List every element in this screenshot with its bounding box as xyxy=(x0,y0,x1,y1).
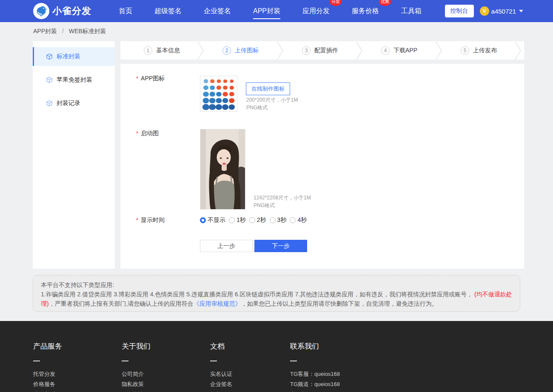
console-button[interactable]: 控制台 xyxy=(445,5,474,17)
step-separator-icon xyxy=(436,42,442,60)
nav-item-home[interactable]: 首页 xyxy=(118,1,133,22)
breadcrumb-current: WEB标准封装 xyxy=(69,28,106,34)
discount-badge: 优惠 xyxy=(379,0,391,6)
launch-image-label: *启动图 xyxy=(136,130,159,137)
cube-icon xyxy=(46,100,53,107)
app-icon-size-hint: 200*200尺寸，小于1M PNG格式 xyxy=(246,96,298,111)
radio-icon xyxy=(229,217,235,223)
brand-logo[interactable]: 小雀分发 xyxy=(33,3,91,19)
footer-contact-email: 合作邮箱：queios168@mail.com xyxy=(290,389,371,392)
radio-icon xyxy=(270,217,276,223)
step-number: 2 xyxy=(222,46,231,55)
cube-icon xyxy=(46,53,53,60)
step-separator-icon xyxy=(515,42,522,60)
step-number: 5 xyxy=(461,46,469,55)
distribute-badge: 分发 xyxy=(330,0,342,6)
footer-link[interactable]: 企业签名 xyxy=(210,379,232,389)
footer-col-about: 关于我们 公司简介 隐私政策 服务协议 xyxy=(122,321,151,392)
nav-item-app-package[interactable]: APP封装 xyxy=(252,1,281,22)
nav-item-toolbox[interactable]: 工具箱 xyxy=(400,1,422,22)
username: a450721 xyxy=(491,8,516,15)
step-number: 4 xyxy=(381,46,390,55)
radio-icon xyxy=(249,217,255,223)
footer-col-title: 文档 xyxy=(210,341,232,351)
footer-link[interactable]: 隐私政策 xyxy=(122,379,151,389)
footer-link[interactable]: 价格服务 xyxy=(33,379,62,389)
breadcrumb-app-package[interactable]: APP封装 xyxy=(33,28,57,34)
nav-item-super-sign[interactable]: 超级签名 xyxy=(154,1,182,22)
footer-col-title: 产品服务 xyxy=(33,341,62,351)
step-number: 3 xyxy=(302,46,311,55)
user-menu[interactable]: V a450721 xyxy=(480,6,523,16)
notice-body: 1.诈骗类应用 2.借贷类应用 3.博彩类应用 4.色情类应用 5.违规直播类应… xyxy=(41,290,512,308)
sidebar-item-package-records[interactable]: 封装记录 xyxy=(33,94,115,113)
footer-dash xyxy=(33,361,40,361)
breadcrumb: APP封装 / WEB标准封装 xyxy=(33,28,106,35)
brand-name: 小雀分发 xyxy=(52,5,91,17)
cube-icon xyxy=(46,77,53,83)
sidebar-item-standard-package[interactable]: 标准封装 xyxy=(33,47,115,66)
footer-link[interactable]: 建议和反馈 xyxy=(33,389,62,392)
footer: 产品服务 托管分发 价格服务 建议和反馈 关于我们 公司简介 隐私政策 服务协议… xyxy=(0,321,553,392)
footer-link[interactable]: 打包APP xyxy=(210,389,232,392)
footer-contact-tg-channel: TG频道：queios168 xyxy=(290,379,371,389)
sidebar-item-apple-free-sign[interactable]: 苹果免签封装 xyxy=(33,71,115,89)
footer-dash xyxy=(290,361,297,361)
portrait-photo xyxy=(200,129,245,209)
notice-line1: 本平台不支持以下类型应用: xyxy=(41,280,512,290)
required-asterisk: * xyxy=(136,217,138,223)
step-number: 1 xyxy=(144,46,152,55)
display-time-label: *显示时间 xyxy=(136,216,165,224)
footer-col-title: 关于我们 xyxy=(122,341,151,351)
step-label: 上传图标 xyxy=(235,47,259,54)
main-nav: 首页 超级签名 企业签名 APP封装 应用分发 分发 服务价格 优惠 工具箱 xyxy=(118,1,422,22)
footer-col-title: 联系我们 xyxy=(290,341,371,351)
make-icon-online-button[interactable]: 在线制作图标 xyxy=(246,82,290,95)
radio-4s[interactable]: 4秒 xyxy=(290,216,307,224)
footer-dash xyxy=(210,361,217,361)
required-asterisk: * xyxy=(136,130,138,136)
app-icon-preview[interactable] xyxy=(200,76,237,112)
radio-2s[interactable]: 2秒 xyxy=(249,216,266,224)
sidebar-item-label: 标准封装 xyxy=(57,53,80,60)
step-3-configure-plugin: 3 配置插件 xyxy=(302,41,338,60)
footer-link[interactable]: 公司简介 xyxy=(122,369,151,379)
step-wizard: 1 基本信息 2 上传图标 3 配置插件 4 下载APP 5 上传发布 xyxy=(120,41,524,60)
step-5-upload-publish: 5 上传发布 xyxy=(461,41,497,60)
footer-col-contact: 联系我们 TG客服：queios168 TG频道：queios168 合作邮箱：… xyxy=(290,321,371,392)
nav-item-enterprise-sign[interactable]: 企业签名 xyxy=(203,1,232,22)
sidebar-item-label: 苹果免签封装 xyxy=(57,76,92,84)
footer-contact-tg-support: TG客服：queios168 xyxy=(290,369,371,379)
nav-item-label: 应用分发 xyxy=(302,7,330,14)
footer-link[interactable]: 托管分发 xyxy=(33,369,62,379)
review-spec-link[interactable]: 《应用审核规范》 xyxy=(194,300,241,307)
breadcrumb-separator: / xyxy=(62,28,64,34)
step-label: 上传发布 xyxy=(473,47,497,54)
footer-dash xyxy=(122,361,128,361)
app-icon-label: *APP图标 xyxy=(136,75,165,82)
step-separator-icon xyxy=(277,42,284,60)
nav-item-pricing[interactable]: 服务价格 优惠 xyxy=(351,1,380,22)
next-step-button[interactable]: 下一步 xyxy=(254,240,307,252)
navbar-right: 控制台 V a450721 xyxy=(445,5,523,17)
top-navbar: 小雀分发 首页 超级签名 企业签名 APP封装 应用分发 分发 服务价格 优惠 … xyxy=(0,0,553,22)
radio-no-display[interactable]: 不显示 xyxy=(200,216,225,224)
display-time-radio-group: 不显示 1秒 2秒 3秒 4秒 xyxy=(200,216,310,224)
prev-step-button[interactable]: 上一步 xyxy=(200,240,253,252)
footer-col-docs: 文档 实名认证 企业签名 打包APP xyxy=(210,321,232,392)
radio-icon xyxy=(200,217,206,223)
footer-col-products: 产品服务 托管分发 价格服务 建议和反馈 xyxy=(33,321,62,392)
step-2-upload-icon: 2 上传图标 xyxy=(222,41,259,60)
nav-item-app-distribute[interactable]: 应用分发 分发 xyxy=(302,1,331,22)
nav-item-label: 服务价格 xyxy=(352,7,379,14)
footer-link[interactable]: 服务协议 xyxy=(122,389,151,392)
step-label: 下载APP xyxy=(393,47,417,54)
radio-icon xyxy=(290,217,296,223)
step-label: 基本信息 xyxy=(156,47,180,54)
launch-image-preview[interactable] xyxy=(200,129,245,210)
radio-1s[interactable]: 1秒 xyxy=(229,216,246,224)
footer-link[interactable]: 实名认证 xyxy=(210,369,232,379)
step-label: 配置插件 xyxy=(314,47,338,54)
step-4-download-app: 4 下载APP xyxy=(381,41,417,60)
radio-3s[interactable]: 3秒 xyxy=(270,216,287,224)
